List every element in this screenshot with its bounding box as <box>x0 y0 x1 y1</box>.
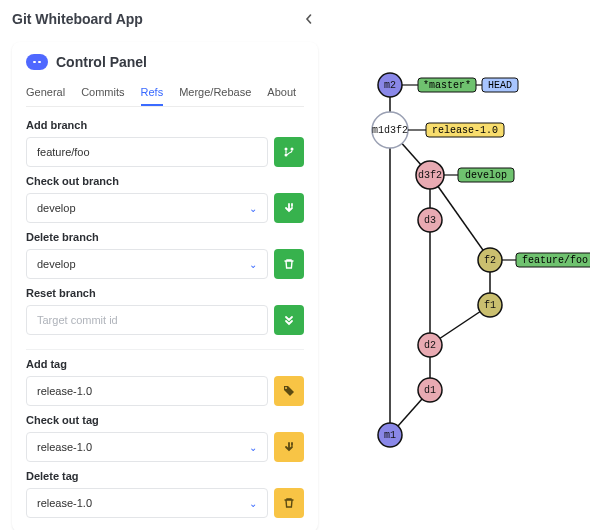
arrow-down-icon <box>283 441 295 453</box>
trash-icon <box>283 258 295 270</box>
svg-text:d3f2: d3f2 <box>418 170 442 181</box>
chevron-down-icon: ⌄ <box>249 442 257 453</box>
delete-tag-button[interactable] <box>274 488 304 518</box>
add-tag-label: Add tag <box>26 358 304 370</box>
tab-about[interactable]: About <box>267 80 296 106</box>
app-title: Git Whiteboard App <box>12 11 143 27</box>
add-branch-label: Add branch <box>26 119 304 131</box>
svg-text:develop: develop <box>465 170 507 181</box>
tab-general[interactable]: General <box>26 80 65 106</box>
ref-chip[interactable]: develop <box>458 168 514 182</box>
delete-tag-label: Delete tag <box>26 470 304 482</box>
tab-commits[interactable]: Commits <box>81 80 124 106</box>
checkout-tag-button[interactable] <box>274 432 304 462</box>
commit-d1[interactable]: d1 <box>418 378 442 402</box>
collapse-sidebar-button[interactable] <box>300 10 318 28</box>
svg-text:*master*: *master* <box>423 80 471 91</box>
delete-branch-select[interactable]: develop ⌄ <box>26 249 268 279</box>
chevron-down-icon: ⌄ <box>249 259 257 270</box>
svg-point-2 <box>285 148 288 151</box>
checkout-tag-select[interactable]: release-1.0 ⌄ <box>26 432 268 462</box>
tabs: GeneralCommitsRefsMerge/RebaseAbout <box>26 80 304 107</box>
add-tag-input[interactable] <box>26 376 268 406</box>
svg-text:d1: d1 <box>424 385 436 396</box>
checkout-tag-label: Check out tag <box>26 414 304 426</box>
svg-rect-0 <box>33 61 36 63</box>
sidebar: Git Whiteboard App Control Panel General… <box>0 0 330 530</box>
panel-title: Control Panel <box>56 54 147 70</box>
reset-branch-input[interactable] <box>26 305 268 335</box>
svg-text:m2: m2 <box>384 80 396 91</box>
svg-text:f2: f2 <box>484 255 496 266</box>
ref-chip[interactable]: *master* <box>418 78 476 92</box>
commit-d3f2[interactable]: d3f2 <box>416 161 444 189</box>
branch-icon <box>283 146 295 158</box>
delete-branch-button[interactable] <box>274 249 304 279</box>
commit-m1[interactable]: m1 <box>378 423 402 447</box>
add-branch-button[interactable] <box>274 137 304 167</box>
tab-refs[interactable]: Refs <box>141 80 164 106</box>
commit-f2[interactable]: f2 <box>478 248 502 272</box>
commit-m2[interactable]: m2 <box>378 73 402 97</box>
add-branch-input[interactable] <box>26 137 268 167</box>
panel-badge-icon <box>26 54 48 70</box>
chevron-down-icon: ⌄ <box>249 203 257 214</box>
chevron-double-down-icon <box>283 314 295 326</box>
checkout-branch-button[interactable] <box>274 193 304 223</box>
ref-chip[interactable]: HEAD <box>482 78 518 92</box>
svg-text:f1: f1 <box>484 300 496 311</box>
ref-chip[interactable]: release-1.0 <box>426 123 504 137</box>
commit-d2[interactable]: d2 <box>418 333 442 357</box>
control-panel: Control Panel GeneralCommitsRefsMerge/Re… <box>12 42 318 530</box>
graph-canvas[interactable]: m2m1d3f2d3f2d3f2f1d2d1m1*master*HEADrele… <box>330 0 590 530</box>
ref-chip[interactable]: feature/foo <box>516 253 590 267</box>
svg-text:m1: m1 <box>384 430 396 441</box>
svg-text:feature/foo: feature/foo <box>522 255 588 266</box>
svg-text:m1d3f2: m1d3f2 <box>372 125 408 136</box>
svg-rect-1 <box>38 61 41 63</box>
add-tag-button[interactable] <box>274 376 304 406</box>
reset-branch-label: Reset branch <box>26 287 304 299</box>
delete-tag-select[interactable]: release-1.0 ⌄ <box>26 488 268 518</box>
commit-m1d3f2[interactable]: m1d3f2 <box>372 112 408 148</box>
commit-f1[interactable]: f1 <box>478 293 502 317</box>
delete-branch-label: Delete branch <box>26 231 304 243</box>
svg-text:d3: d3 <box>424 215 436 226</box>
svg-point-4 <box>291 148 294 151</box>
svg-text:release-1.0: release-1.0 <box>432 125 498 136</box>
svg-point-5 <box>285 387 287 389</box>
tab-merge-rebase[interactable]: Merge/Rebase <box>179 80 251 106</box>
divider <box>26 349 304 350</box>
tag-icon <box>283 385 295 397</box>
checkout-branch-label: Check out branch <box>26 175 304 187</box>
chevron-down-icon: ⌄ <box>249 498 257 509</box>
svg-text:d2: d2 <box>424 340 436 351</box>
reset-branch-button[interactable] <box>274 305 304 335</box>
trash-icon <box>283 497 295 509</box>
commit-d3[interactable]: d3 <box>418 208 442 232</box>
arrow-down-icon <box>283 202 295 214</box>
svg-text:HEAD: HEAD <box>488 80 512 91</box>
checkout-branch-select[interactable]: develop ⌄ <box>26 193 268 223</box>
